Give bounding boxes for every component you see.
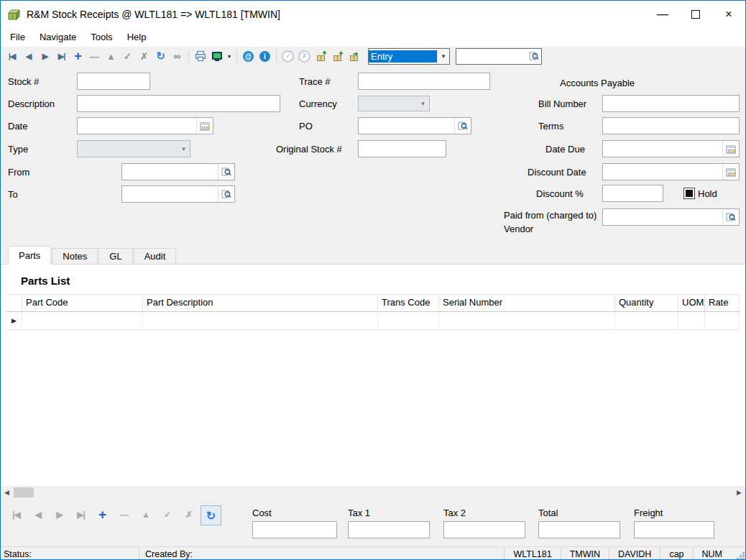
currency-combobox[interactable]: ▾	[358, 96, 430, 111]
cost-input[interactable]	[252, 521, 337, 538]
column-header-selector[interactable]	[6, 295, 22, 311]
next-record-button[interactable]: ▶	[37, 48, 53, 64]
prior-record-button[interactable]: ◀	[20, 48, 37, 64]
vendor-input[interactable]	[603, 209, 722, 225]
cell-quantity[interactable]	[615, 312, 678, 329]
detail-delete-button[interactable]: —	[114, 505, 134, 524]
tax1-input[interactable]	[348, 521, 430, 538]
tab-notes[interactable]: Notes	[52, 248, 98, 264]
bill-number-input[interactable]	[603, 96, 739, 111]
edit-record-button[interactable]: ▲	[103, 48, 119, 64]
vendor-lookup-button[interactable]	[722, 209, 739, 225]
menu-help[interactable]: Help	[120, 28, 154, 47]
tax2-input[interactable]	[443, 521, 525, 538]
issue-parts-button[interactable]	[329, 48, 346, 64]
column-header-serial-number[interactable]: Serial Number	[439, 295, 615, 311]
cell-part-description[interactable]	[143, 312, 378, 329]
ok-button[interactable]: ✓	[280, 48, 296, 64]
stock-input[interactable]	[78, 73, 149, 89]
abort-button[interactable]: ✗	[296, 48, 313, 64]
parts-grid: Part Code Part Description Trans Code Se…	[6, 294, 740, 330]
cancel-edit-button[interactable]: ✗	[136, 48, 152, 64]
discount-date-input[interactable]	[603, 164, 722, 180]
scrollbar-thumb[interactable]	[14, 487, 34, 497]
column-header-rate[interactable]: Rate	[705, 295, 740, 311]
tab-audit[interactable]: Audit	[134, 248, 177, 264]
screen-view-dropdown[interactable]: ▾	[225, 48, 234, 64]
minimize-button[interactable]: —	[646, 1, 679, 28]
column-header-trans-code[interactable]: Trans Code	[378, 295, 439, 311]
detail-prior-button[interactable]: ◀	[28, 505, 47, 524]
detail-refresh-button[interactable]: ↻	[201, 505, 221, 525]
hold-checkbox[interactable]	[683, 188, 695, 199]
scroll-right-icon[interactable]: ▶	[733, 486, 745, 499]
date-picker-button[interactable]	[196, 118, 213, 134]
last-record-button[interactable]: ▶|	[53, 48, 70, 64]
menu-tools[interactable]: Tools	[83, 28, 119, 47]
chevron-down-icon[interactable]: ▾	[437, 49, 449, 64]
post-edit-button[interactable]: ✓	[119, 48, 136, 64]
to-input[interactable]	[122, 186, 218, 202]
app-icon[interactable]	[7, 9, 21, 21]
trace-input[interactable]	[359, 73, 489, 89]
mode-combobox[interactable]: Entry ▾	[368, 48, 450, 65]
help-button[interactable]: @	[240, 48, 257, 64]
column-header-part-description[interactable]: Part Description	[143, 295, 378, 311]
detail-insert-button[interactable]: +	[93, 505, 112, 524]
horizontal-scrollbar[interactable]: ◀ ▶	[1, 486, 745, 499]
terms-input[interactable]	[603, 118, 739, 134]
discount-date-picker-button[interactable]	[722, 164, 739, 180]
type-combobox[interactable]: ▾	[77, 140, 190, 157]
from-lookup-button[interactable]	[218, 164, 234, 180]
link-button[interactable]: ∞	[169, 48, 185, 64]
next-record-icon: ▶	[42, 52, 47, 61]
refresh-button[interactable]: ↻	[152, 48, 169, 64]
detail-post-button[interactable]: ✓	[157, 505, 177, 524]
screen-view-button[interactable]	[208, 48, 225, 64]
detail-last-button[interactable]: ▶|	[71, 505, 91, 524]
cell-uom[interactable]	[678, 312, 705, 329]
detail-edit-button[interactable]: ▲	[136, 505, 155, 524]
quick-search-input[interactable]	[456, 51, 527, 62]
print-button[interactable]	[192, 48, 208, 64]
date-input[interactable]	[78, 118, 196, 134]
transfer-parts-button[interactable]	[346, 48, 362, 64]
total-input[interactable]	[538, 521, 620, 538]
info-button[interactable]: i	[257, 48, 273, 64]
column-header-uom[interactable]: UOM	[678, 295, 705, 311]
from-input[interactable]	[122, 164, 218, 180]
close-button[interactable]: ×	[712, 1, 745, 28]
menu-navigate[interactable]: Navigate	[32, 28, 83, 47]
first-record-button[interactable]: |◀	[4, 48, 20, 64]
insert-record-button[interactable]: +	[70, 48, 86, 64]
to-lookup-button[interactable]	[218, 186, 234, 202]
maximize-button[interactable]	[679, 1, 712, 28]
resize-grip[interactable]	[731, 547, 745, 560]
freight-input[interactable]	[634, 521, 714, 538]
tab-gl[interactable]: GL	[98, 248, 132, 264]
detail-next-button[interactable]: ▶	[50, 505, 69, 524]
date-due-input[interactable]	[603, 141, 722, 157]
column-header-quantity[interactable]: Quantity	[615, 295, 678, 311]
receive-parts-button[interactable]	[313, 48, 329, 64]
po-lookup-button[interactable]	[454, 118, 471, 134]
delete-record-button[interactable]: —	[86, 48, 103, 64]
original-stock-input[interactable]	[359, 141, 446, 157]
date-due-picker-button[interactable]	[722, 141, 739, 157]
description-input[interactable]	[78, 96, 280, 111]
cell-part-code[interactable]	[22, 312, 143, 329]
cell-trans-code[interactable]	[378, 312, 439, 329]
row-selector-cell[interactable]: ▶	[6, 312, 22, 329]
discount-pct-input[interactable]	[603, 185, 663, 201]
po-input[interactable]	[359, 118, 454, 134]
column-header-part-code[interactable]: Part Code	[22, 295, 143, 311]
cell-rate[interactable]	[705, 312, 740, 329]
detail-cancel-button[interactable]: ✗	[179, 505, 198, 524]
cell-serial-number[interactable]	[439, 312, 615, 329]
detail-first-button[interactable]: |◀	[6, 505, 26, 524]
menu-file[interactable]: File	[3, 28, 32, 47]
tab-parts[interactable]: Parts	[8, 246, 51, 265]
scroll-left-icon[interactable]: ◀	[1, 486, 13, 499]
quick-search-button[interactable]	[527, 49, 541, 64]
total-group: Total	[538, 508, 620, 538]
